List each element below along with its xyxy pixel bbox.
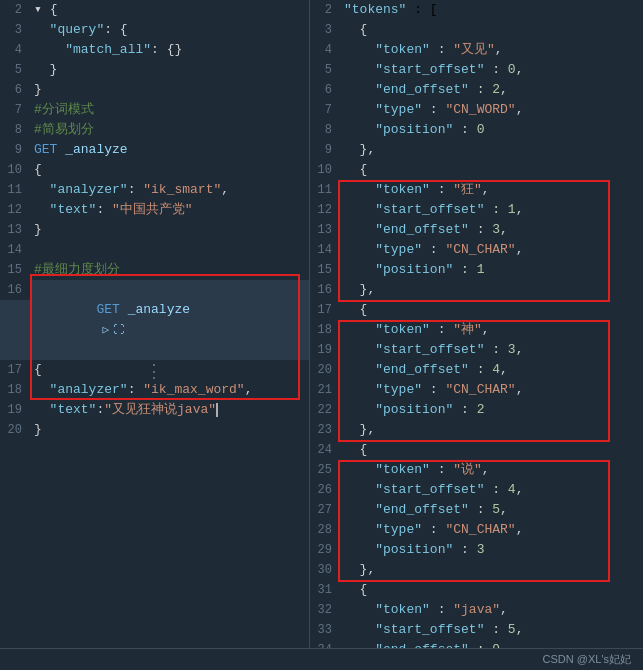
r-line-2: 2 "tokens" : [ (310, 0, 643, 20)
r-line-30: 30 }, (310, 560, 643, 580)
r-line-26: 26 "start_offset" : 4, (310, 480, 643, 500)
r-line-9: 9 }, (310, 140, 643, 160)
r-line-29: 29 "position" : 3 (310, 540, 643, 560)
line-13: 13 } (0, 220, 309, 240)
line-4: 4 "match_all": {} (0, 40, 309, 60)
right-pane: 2 "tokens" : [ 3 { 4 "token" : "又见", 5 "… (310, 0, 643, 648)
r-line-21: 21 "type" : "CN_CHAR", (310, 380, 643, 400)
left-pane: 2 ▾ { 3 "query": { 4 "match_all": {} 5 }… (0, 0, 310, 648)
watermark: CSDN @XL's妃妃 (543, 652, 631, 667)
r-line-17: 17 { (310, 300, 643, 320)
line-12: 12 "text": "中国共产党" (0, 200, 309, 220)
line-20: 20 } (0, 420, 309, 440)
r-line-24: 24 { (310, 440, 643, 460)
line-19: 19 "text":"又见狂神说java" (0, 400, 309, 420)
r-line-15: 15 "position" : 1 (310, 260, 643, 280)
line-11: 11 "analyzer": "ik_smart", (0, 180, 309, 200)
r-line-33: 33 "start_offset" : 5, (310, 620, 643, 640)
r-line-23: 23 }, (310, 420, 643, 440)
line-6: 6 } (0, 80, 309, 100)
r-line-34: 34 "end_offset" : 9, (310, 640, 643, 648)
r-line-13: 13 "end_offset" : 3, (310, 220, 643, 240)
line-9: 9 GET _analyze (0, 140, 309, 160)
r-line-16: 16 }, (310, 280, 643, 300)
r-line-32: 32 "token" : "java", (310, 600, 643, 620)
r-line-12: 12 "start_offset" : 1, (310, 200, 643, 220)
settings-icon[interactable]: ⛶ (113, 320, 124, 340)
run-icon[interactable]: ▷ (102, 320, 109, 340)
r-line-14: 14 "type" : "CN_CHAR", (310, 240, 643, 260)
r-line-5: 5 "start_offset" : 0, (310, 60, 643, 80)
r-line-4: 4 "token" : "又见", (310, 40, 643, 60)
line-14: 14 (0, 240, 309, 260)
line-2: 2 ▾ { (0, 0, 309, 20)
line-7: 7 #分词模式 (0, 100, 309, 120)
r-line-18: 18 "token" : "神", (310, 320, 643, 340)
r-line-27: 27 "end_offset" : 5, (310, 500, 643, 520)
r-line-11: 11 "token" : "狂", (310, 180, 643, 200)
line-10: 10 { (0, 160, 309, 180)
line-5: 5 } (0, 60, 309, 80)
line-3: 3 "query": { (0, 20, 309, 40)
r-line-20: 20 "end_offset" : 4, (310, 360, 643, 380)
r-line-31: 31 { (310, 580, 643, 600)
r-line-28: 28 "type" : "CN_CHAR", (310, 520, 643, 540)
r-line-10: 10 { (310, 160, 643, 180)
r-line-3: 3 { (310, 20, 643, 40)
line-16: 16 GET _analyze ▷ ⛶ (0, 280, 309, 360)
r-line-25: 25 "token" : "说", (310, 460, 643, 480)
r-line-22: 22 "position" : 2 (310, 400, 643, 420)
r-line-19: 19 "start_offset" : 3, (310, 340, 643, 360)
line-18: 18 "analyzer": "ik_max_word", (0, 380, 309, 400)
editor-container: 2 ▾ { 3 "query": { 4 "match_all": {} 5 }… (0, 0, 643, 648)
r-line-8: 8 "position" : 0 (310, 120, 643, 140)
r-line-7: 7 "type" : "CN_WORD", (310, 100, 643, 120)
line-15: 15 #最细力度划分 (0, 260, 309, 280)
r-line-6: 6 "end_offset" : 2, (310, 80, 643, 100)
line-8: 8 #简易划分 (0, 120, 309, 140)
bottom-bar: CSDN @XL's妃妃 (0, 648, 643, 670)
